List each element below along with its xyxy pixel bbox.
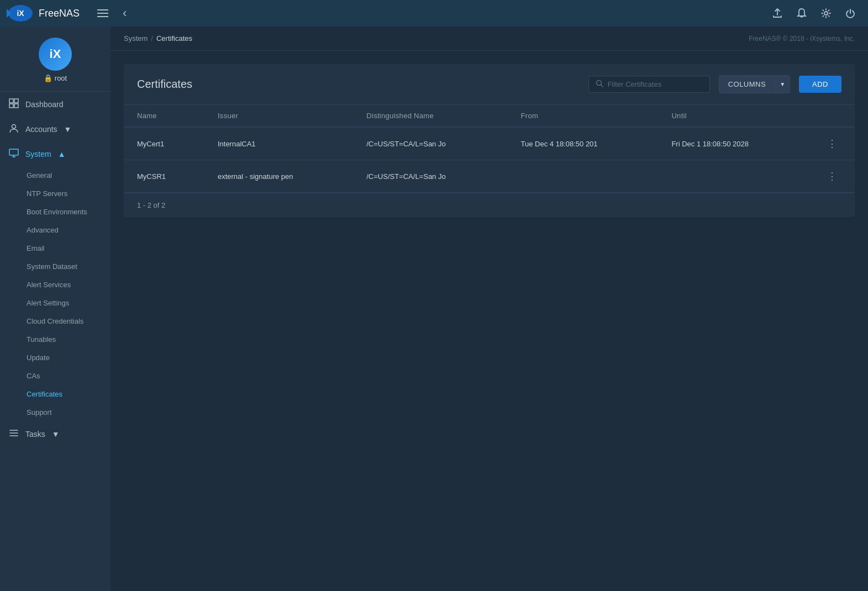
table-header: Name Issuer Distinguished Name From Unti… bbox=[124, 105, 855, 127]
back-button[interactable]: ‹ bbox=[117, 3, 132, 24]
sidebar-subitem-cloud-credentials[interactable]: Cloud Credentials bbox=[0, 312, 111, 330]
table-container: Name Issuer Distinguished Name From Unti… bbox=[124, 105, 855, 217]
col-header-from: From bbox=[508, 105, 659, 127]
certificates-table: Name Issuer Distinguished Name From Unti… bbox=[124, 105, 855, 193]
freenas-logo-svg: iX bbox=[7, 3, 34, 23]
cell-dn-0: /C=US/ST=CA/L=San Jo bbox=[353, 127, 507, 160]
page-title: Certificates bbox=[137, 78, 192, 91]
sidebar-subitem-advanced[interactable]: Advanced bbox=[0, 221, 111, 239]
col-header-actions bbox=[809, 105, 855, 127]
cell-until-0: Fri Dec 1 18:08:50 2028 bbox=[658, 127, 809, 160]
svg-line-11 bbox=[601, 85, 603, 87]
topnav-actions bbox=[766, 4, 861, 22]
svg-rect-9 bbox=[9, 149, 18, 155]
add-button[interactable]: ADD bbox=[799, 76, 841, 93]
search-icon bbox=[596, 80, 603, 89]
app-name: FreeNAS bbox=[39, 8, 80, 19]
table-row: MyCert1 InternalCA1 /C=US/ST=CA/L=San Jo… bbox=[124, 127, 855, 160]
breadcrumb-bar: System / Certificates FreeNAS® © 2018 - … bbox=[111, 27, 868, 51]
content-area: Certificates COLUMN bbox=[111, 51, 868, 591]
breadcrumb-separator: / bbox=[151, 34, 153, 43]
sidebar-item-dashboard[interactable]: Dashboard bbox=[0, 92, 111, 117]
sidebar-subitem-cas[interactable]: CAs bbox=[0, 367, 111, 385]
topnav: iX FreeNAS ‹ bbox=[0, 0, 868, 27]
settings-button[interactable] bbox=[815, 4, 837, 22]
power-icon bbox=[845, 8, 856, 19]
sidebar-subitem-alert-settings[interactable]: Alert Settings bbox=[0, 294, 111, 312]
tasks-chevron-icon: ▼ bbox=[52, 430, 60, 439]
row-actions-button-1[interactable]: ⋮ bbox=[823, 168, 841, 184]
system-chevron-icon: ▲ bbox=[58, 150, 66, 159]
copyright: FreeNAS® © 2018 - iXsystems, Inc. bbox=[749, 35, 855, 43]
col-header-issuer: Issuer bbox=[204, 105, 353, 127]
card-header: Certificates COLUMN bbox=[124, 64, 855, 105]
sidebar-subitem-update[interactable]: Update bbox=[0, 349, 111, 367]
upload-button[interactable] bbox=[766, 4, 788, 22]
cell-actions-0: ⋮ bbox=[809, 127, 855, 160]
sidebar-item-system[interactable]: System ▲ bbox=[0, 141, 111, 166]
chevron-down-icon: ▼ bbox=[780, 81, 785, 87]
sidebar-subitem-certificates[interactable]: Certificates bbox=[0, 385, 111, 403]
breadcrumb: System / Certificates bbox=[124, 34, 192, 43]
cell-name-1: MyCSR1 bbox=[124, 160, 204, 193]
col-header-name: Name bbox=[124, 105, 204, 127]
search-input[interactable] bbox=[608, 80, 703, 88]
breadcrumb-parent[interactable]: System bbox=[124, 34, 148, 43]
sidebar-subitem-boot-environments[interactable]: Boot Environments bbox=[0, 203, 111, 221]
cell-from-1 bbox=[508, 160, 659, 193]
search-box bbox=[588, 76, 710, 93]
table-body: MyCert1 InternalCA1 /C=US/ST=CA/L=San Jo… bbox=[124, 127, 855, 193]
menu-toggle-button[interactable] bbox=[88, 3, 117, 24]
sidebar-item-label-dashboard: Dashboard bbox=[25, 100, 64, 109]
logo-icon: iX bbox=[7, 3, 34, 24]
sidebar-subitem-support[interactable]: Support bbox=[0, 403, 111, 421]
lock-icon: 🔒 bbox=[44, 74, 52, 82]
columns-button-group: COLUMNS ▼ bbox=[719, 75, 790, 93]
svg-point-3 bbox=[824, 12, 828, 15]
power-button[interactable] bbox=[839, 4, 861, 22]
columns-dropdown-button[interactable]: ▼ bbox=[775, 75, 790, 93]
username: 🔒 root bbox=[44, 74, 67, 82]
cell-from-0: Tue Dec 4 18:08:50 201 bbox=[508, 127, 659, 160]
avatar: iX bbox=[39, 38, 72, 71]
cell-issuer-0: InternalCA1 bbox=[204, 127, 353, 160]
certificates-card: Certificates COLUMN bbox=[124, 64, 855, 217]
sidebar-subitem-system-dataset[interactable]: System Dataset bbox=[0, 257, 111, 276]
table-count: 1 - 2 of 2 bbox=[137, 201, 165, 209]
col-header-until: Until bbox=[658, 105, 809, 127]
accounts-chevron-icon: ▼ bbox=[64, 125, 72, 134]
main-content: System / Certificates FreeNAS® © 2018 - … bbox=[111, 27, 868, 591]
breadcrumb-current: Certificates bbox=[156, 34, 192, 43]
sidebar-item-tasks[interactable]: Tasks ▼ bbox=[0, 421, 111, 446]
sidebar-item-label-tasks: Tasks bbox=[25, 430, 45, 439]
row-actions-button-0[interactable]: ⋮ bbox=[823, 135, 841, 152]
table-footer: 1 - 2 of 2 bbox=[124, 193, 855, 217]
svg-rect-7 bbox=[14, 104, 18, 108]
sidebar-subitem-general[interactable]: General bbox=[0, 166, 111, 184]
columns-button[interactable]: COLUMNS bbox=[719, 75, 776, 93]
sidebar-item-accounts[interactable]: Accounts ▼ bbox=[0, 117, 111, 141]
table-header-row: Name Issuer Distinguished Name From Unti… bbox=[124, 105, 855, 127]
gear-icon bbox=[820, 8, 832, 19]
notifications-button[interactable] bbox=[791, 4, 813, 22]
logo: iX FreeNAS bbox=[7, 3, 80, 24]
sidebar-subitem-ntp-servers[interactable]: NTP Servers bbox=[0, 184, 111, 203]
svg-point-8 bbox=[12, 125, 16, 129]
sidebar-item-label-accounts: Accounts bbox=[25, 125, 57, 134]
sidebar-item-label-system: System bbox=[25, 150, 51, 159]
cell-issuer-1: external - signature pen bbox=[204, 160, 353, 193]
system-icon bbox=[9, 148, 19, 160]
cell-dn-1: /C=US/ST=CA/L=San Jo bbox=[353, 160, 507, 193]
cell-actions-1: ⋮ bbox=[809, 160, 855, 193]
cell-name-0: MyCert1 bbox=[124, 127, 204, 160]
sidebar-subitem-email[interactable]: Email bbox=[0, 239, 111, 257]
cell-until-1 bbox=[658, 160, 809, 193]
svg-rect-5 bbox=[14, 99, 18, 103]
sidebar-subitem-alert-services[interactable]: Alert Services bbox=[0, 276, 111, 294]
sidebar-subitem-tunables[interactable]: Tunables bbox=[0, 330, 111, 349]
table-row: MyCSR1 external - signature pen /C=US/ST… bbox=[124, 160, 855, 193]
svg-text:iX: iX bbox=[17, 9, 24, 18]
col-header-distinguished-name: Distinguished Name bbox=[353, 105, 507, 127]
bell-icon bbox=[796, 8, 807, 19]
svg-rect-4 bbox=[9, 99, 13, 103]
